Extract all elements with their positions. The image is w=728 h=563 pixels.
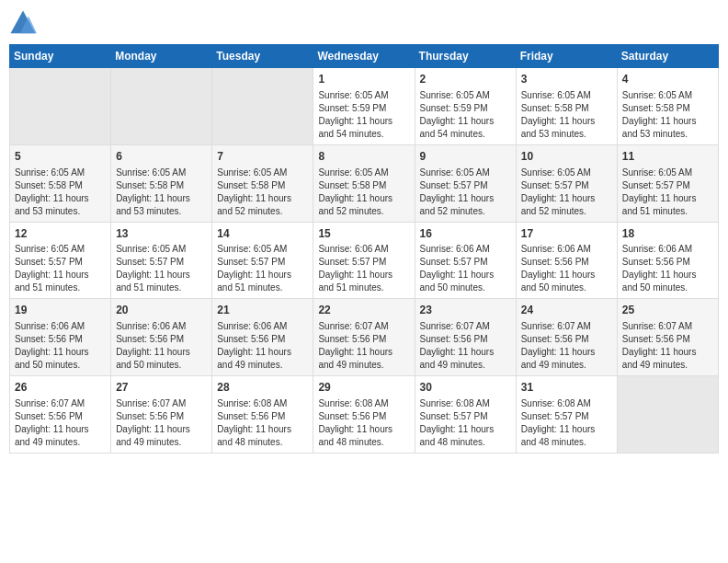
calendar-week-row: 5Sunrise: 6:05 AM Sunset: 5:58 PM Daylig… [10,144,719,222]
day-info: Sunrise: 6:06 AM Sunset: 5:57 PM Dayligh… [420,243,511,294]
day-number: 5 [15,149,106,165]
day-info: Sunrise: 6:05 AM Sunset: 5:57 PM Dayligh… [217,243,308,294]
day-number: 20 [116,303,207,318]
day-number: 1 [318,72,409,87]
day-info: Sunrise: 6:08 AM Sunset: 5:56 PM Dayligh… [217,397,308,449]
day-number: 17 [521,226,612,242]
day-number: 13 [116,226,207,242]
calendar-table: SundayMondayTuesdayWednesdayThursdayFrid… [9,44,719,454]
calendar-cell: 13Sunrise: 6:05 AM Sunset: 5:57 PM Dayli… [111,222,212,299]
calendar-cell: 28Sunrise: 6:08 AM Sunset: 5:56 PM Dayli… [212,376,313,454]
day-number: 29 [318,380,409,396]
calendar-cell: 5Sunrise: 6:05 AM Sunset: 5:58 PM Daylig… [10,144,111,222]
calendar-cell: 11Sunrise: 6:05 AM Sunset: 5:57 PM Dayli… [617,144,718,222]
weekday-header: Wednesday [313,45,415,68]
weekday-header: Tuesday [212,45,313,68]
day-info: Sunrise: 6:05 AM Sunset: 5:58 PM Dayligh… [622,89,713,141]
day-number: 30 [420,380,511,396]
day-info: Sunrise: 6:05 AM Sunset: 5:58 PM Dayligh… [116,167,207,218]
day-info: Sunrise: 6:06 AM Sunset: 5:56 PM Dayligh… [622,243,713,294]
weekday-header: Friday [516,45,617,68]
calendar-cell: 14Sunrise: 6:05 AM Sunset: 5:57 PM Dayli… [212,222,313,299]
calendar-week-row: 26Sunrise: 6:07 AM Sunset: 5:56 PM Dayli… [10,376,719,454]
day-number: 3 [521,72,612,87]
day-number: 12 [15,226,106,242]
calendar-cell: 22Sunrise: 6:07 AM Sunset: 5:56 PM Dayli… [313,299,415,376]
day-number: 27 [116,380,207,396]
day-info: Sunrise: 6:06 AM Sunset: 5:56 PM Dayligh… [521,243,612,294]
page-header [9,9,719,37]
day-info: Sunrise: 6:06 AM Sunset: 5:56 PM Dayligh… [217,320,308,372]
calendar-cell: 21Sunrise: 6:06 AM Sunset: 5:56 PM Dayli… [212,299,313,376]
day-info: Sunrise: 6:06 AM Sunset: 5:56 PM Dayligh… [116,320,207,372]
day-info: Sunrise: 6:07 AM Sunset: 5:56 PM Dayligh… [521,320,612,372]
day-info: Sunrise: 6:05 AM Sunset: 5:58 PM Dayligh… [318,167,409,218]
calendar-cell: 6Sunrise: 6:05 AM Sunset: 5:58 PM Daylig… [111,144,212,222]
day-info: Sunrise: 6:08 AM Sunset: 5:56 PM Dayligh… [318,397,409,449]
logo [9,9,40,37]
weekday-header: Monday [111,45,212,68]
calendar-cell: 23Sunrise: 6:07 AM Sunset: 5:56 PM Dayli… [415,299,516,376]
day-number: 21 [217,303,308,318]
calendar-cell: 17Sunrise: 6:06 AM Sunset: 5:56 PM Dayli… [516,222,617,299]
calendar-cell: 7Sunrise: 6:05 AM Sunset: 5:58 PM Daylig… [212,144,313,222]
calendar-cell: 24Sunrise: 6:07 AM Sunset: 5:56 PM Dayli… [516,299,617,376]
day-number: 9 [420,149,511,165]
day-number: 26 [15,380,106,396]
calendar-cell: 9Sunrise: 6:05 AM Sunset: 5:57 PM Daylig… [415,144,516,222]
day-number: 4 [622,72,713,87]
day-info: Sunrise: 6:05 AM Sunset: 5:58 PM Dayligh… [217,167,308,218]
day-number: 25 [622,303,713,318]
calendar-week-row: 19Sunrise: 6:06 AM Sunset: 5:56 PM Dayli… [10,299,719,376]
day-info: Sunrise: 6:07 AM Sunset: 5:56 PM Dayligh… [116,397,207,449]
calendar-cell: 2Sunrise: 6:05 AM Sunset: 5:59 PM Daylig… [415,68,516,145]
calendar-cell: 10Sunrise: 6:05 AM Sunset: 5:57 PM Dayli… [516,144,617,222]
calendar-cell: 1Sunrise: 6:05 AM Sunset: 5:59 PM Daylig… [313,68,415,145]
day-number: 15 [318,226,409,242]
calendar-cell: 31Sunrise: 6:08 AM Sunset: 5:57 PM Dayli… [516,376,617,454]
calendar-cell [10,68,111,145]
day-number: 11 [622,149,713,165]
calendar-cell: 25Sunrise: 6:07 AM Sunset: 5:56 PM Dayli… [617,299,718,376]
calendar-cell: 27Sunrise: 6:07 AM Sunset: 5:56 PM Dayli… [111,376,212,454]
calendar-cell: 12Sunrise: 6:05 AM Sunset: 5:57 PM Dayli… [10,222,111,299]
weekday-header: Saturday [617,45,718,68]
day-info: Sunrise: 6:05 AM Sunset: 5:58 PM Dayligh… [15,167,106,218]
day-number: 18 [622,226,713,242]
day-number: 19 [15,303,106,318]
day-info: Sunrise: 6:05 AM Sunset: 5:57 PM Dayligh… [116,243,207,294]
day-info: Sunrise: 6:05 AM Sunset: 5:57 PM Dayligh… [15,243,106,294]
weekday-header: Thursday [415,45,516,68]
day-info: Sunrise: 6:08 AM Sunset: 5:57 PM Dayligh… [420,397,511,449]
day-info: Sunrise: 6:07 AM Sunset: 5:56 PM Dayligh… [15,397,106,449]
calendar-cell: 30Sunrise: 6:08 AM Sunset: 5:57 PM Dayli… [415,376,516,454]
day-info: Sunrise: 6:05 AM Sunset: 5:57 PM Dayligh… [622,167,713,218]
calendar-cell: 3Sunrise: 6:05 AM Sunset: 5:58 PM Daylig… [516,68,617,145]
day-info: Sunrise: 6:07 AM Sunset: 5:56 PM Dayligh… [318,320,409,372]
day-info: Sunrise: 6:05 AM Sunset: 5:59 PM Dayligh… [318,89,409,141]
day-info: Sunrise: 6:06 AM Sunset: 5:56 PM Dayligh… [15,320,106,372]
day-number: 24 [521,303,612,318]
calendar-week-row: 12Sunrise: 6:05 AM Sunset: 5:57 PM Dayli… [10,222,719,299]
calendar-cell: 16Sunrise: 6:06 AM Sunset: 5:57 PM Dayli… [415,222,516,299]
calendar-cell: 26Sunrise: 6:07 AM Sunset: 5:56 PM Dayli… [10,376,111,454]
day-info: Sunrise: 6:05 AM Sunset: 5:57 PM Dayligh… [420,167,511,218]
day-info: Sunrise: 6:07 AM Sunset: 5:56 PM Dayligh… [420,320,511,372]
calendar-cell: 20Sunrise: 6:06 AM Sunset: 5:56 PM Dayli… [111,299,212,376]
day-number: 6 [116,149,207,165]
day-number: 22 [318,303,409,318]
logo-icon [9,9,37,37]
day-info: Sunrise: 6:05 AM Sunset: 5:58 PM Dayligh… [521,89,612,141]
calendar-week-row: 1Sunrise: 6:05 AM Sunset: 5:59 PM Daylig… [10,68,719,145]
calendar-cell [617,376,718,454]
calendar-cell: 29Sunrise: 6:08 AM Sunset: 5:56 PM Dayli… [313,376,415,454]
day-number: 2 [420,72,511,87]
day-number: 7 [217,149,308,165]
day-info: Sunrise: 6:05 AM Sunset: 5:59 PM Dayligh… [420,89,511,141]
day-number: 10 [521,149,612,165]
day-number: 28 [217,380,308,396]
day-info: Sunrise: 6:05 AM Sunset: 5:57 PM Dayligh… [521,167,612,218]
weekday-header-row: SundayMondayTuesdayWednesdayThursdayFrid… [10,45,719,68]
day-number: 23 [420,303,511,318]
day-number: 31 [521,380,612,396]
